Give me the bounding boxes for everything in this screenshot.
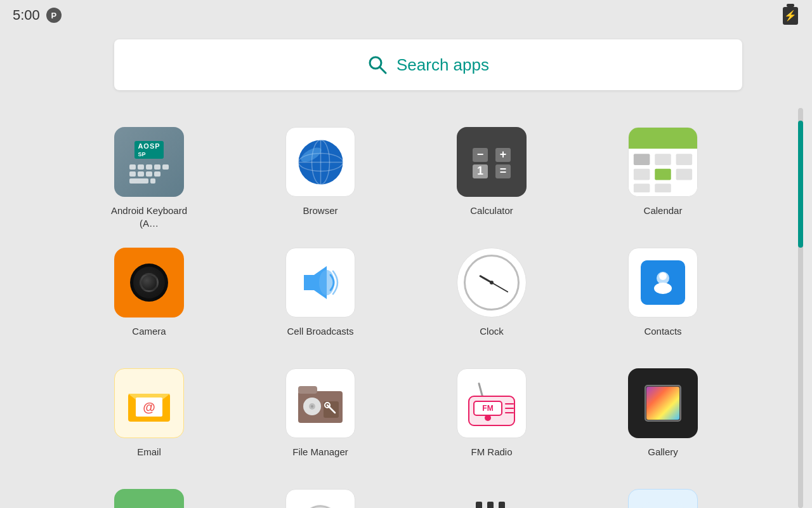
svg-text:FM: FM [482, 404, 493, 413]
clock-label: Clock [480, 325, 504, 338]
fm-radio-icon: FM [457, 368, 527, 438]
svg-text:@: @ [143, 400, 155, 414]
cell-broadcasts-icon [285, 248, 355, 318]
calendar-icon [628, 127, 698, 197]
email-icon: @ [114, 368, 184, 438]
fm-radio-label: FM Radio [471, 446, 512, 458]
status-left: 5:00 P [13, 7, 62, 23]
app-item-headset[interactable] [235, 483, 406, 508]
app-item-android-keyboard[interactable]: AOSPSP Android Keyboard (A… [63, 121, 235, 241]
app-item-email[interactable]: @ Email [63, 362, 235, 483]
camera-icon [114, 248, 184, 318]
phone2-icon [628, 489, 698, 508]
svg-rect-26 [655, 169, 671, 180]
battery-icon: ⚡ [782, 4, 799, 27]
svg-point-34 [654, 283, 672, 294]
file-manager-icon [285, 368, 355, 438]
browser-icon [285, 127, 355, 197]
svg-rect-25 [634, 169, 650, 180]
calculator-label: Calculator [470, 204, 513, 217]
app-item-gallery[interactable]: Gallery [577, 362, 749, 483]
svg-rect-27 [676, 169, 693, 180]
app-item-clock[interactable]: Clock [406, 241, 577, 362]
svg-rect-11 [466, 137, 517, 187]
app-item-calculator[interactable]: − + 1 = Calculator [406, 121, 577, 241]
svg-rect-74 [641, 502, 684, 508]
handheld-icon [114, 489, 184, 508]
svg-rect-57 [646, 387, 679, 420]
svg-point-31 [319, 270, 334, 295]
status-bar: 5:00 P ⚡ [0, 0, 812, 30]
clock-icon [457, 248, 527, 318]
svg-point-54 [485, 415, 491, 421]
svg-rect-22 [634, 154, 650, 165]
svg-text:1: 1 [477, 164, 483, 177]
parking-icon: P [46, 8, 62, 23]
android-keyboard-label: Android Keyboard (A… [108, 204, 190, 229]
svg-rect-23 [655, 154, 671, 165]
app-item-camera[interactable]: Camera [63, 241, 235, 362]
search-bar[interactable]: Search apps [114, 39, 742, 90]
app-item-file-manager[interactable]: File Manager [235, 362, 406, 483]
cell-broadcasts-label: Cell Broadcasts [287, 325, 353, 338]
android-keyboard-icon: AOSPSP [114, 127, 184, 197]
app-item-handheld[interactable] [63, 483, 235, 508]
svg-rect-67 [476, 502, 482, 508]
svg-rect-28 [634, 184, 650, 192]
svg-text:=: = [500, 164, 507, 177]
svg-rect-29 [655, 184, 671, 192]
app-item-contacts[interactable]: Contacts [577, 241, 749, 362]
svg-rect-58 [127, 502, 171, 508]
search-placeholder: Search apps [396, 55, 489, 75]
status-time: 5:00 [13, 7, 40, 23]
browser-label: Browser [303, 204, 337, 217]
svg-point-33 [659, 272, 667, 280]
svg-rect-0 [787, 4, 794, 7]
calculator-icon: − + 1 = [457, 127, 527, 197]
svg-rect-40 [298, 386, 317, 394]
svg-rect-20 [629, 128, 697, 149]
app-item-phone2[interactable] [577, 483, 749, 508]
search-icon [367, 55, 388, 75]
svg-text:+: + [500, 148, 507, 161]
contacts-icon [628, 248, 698, 318]
scrollbar-thumb[interactable] [798, 121, 803, 248]
scrollbar-track [798, 108, 803, 508]
app-item-house[interactable] [406, 483, 577, 508]
app-grid: AOSPSP Android Keyboard (A… Browser [0, 108, 812, 508]
email-label: Email [137, 446, 161, 458]
svg-line-4 [380, 67, 386, 74]
svg-text:−: − [477, 148, 484, 161]
app-item-fm-radio[interactable]: FM FM Radio [406, 362, 577, 483]
camera-label: Camera [132, 325, 166, 338]
house-icon [457, 483, 527, 508]
svg-rect-24 [676, 154, 693, 165]
svg-line-47 [479, 384, 483, 398]
svg-rect-69 [499, 502, 505, 508]
gallery-label: Gallery [648, 446, 678, 458]
calendar-label: Calendar [644, 204, 683, 217]
contacts-label: Contacts [644, 325, 681, 338]
app-item-browser[interactable]: Browser [235, 121, 406, 241]
app-item-calendar[interactable]: Calendar [577, 121, 749, 241]
svg-text:⚡: ⚡ [784, 10, 797, 22]
headset-icon [285, 489, 355, 508]
svg-point-43 [311, 405, 313, 408]
file-manager-label: File Manager [292, 446, 348, 458]
app-item-cell-broadcasts[interactable]: Cell Broadcasts [235, 241, 406, 362]
gallery-icon [628, 368, 698, 438]
svg-rect-68 [487, 502, 494, 508]
status-right: ⚡ [782, 4, 799, 27]
